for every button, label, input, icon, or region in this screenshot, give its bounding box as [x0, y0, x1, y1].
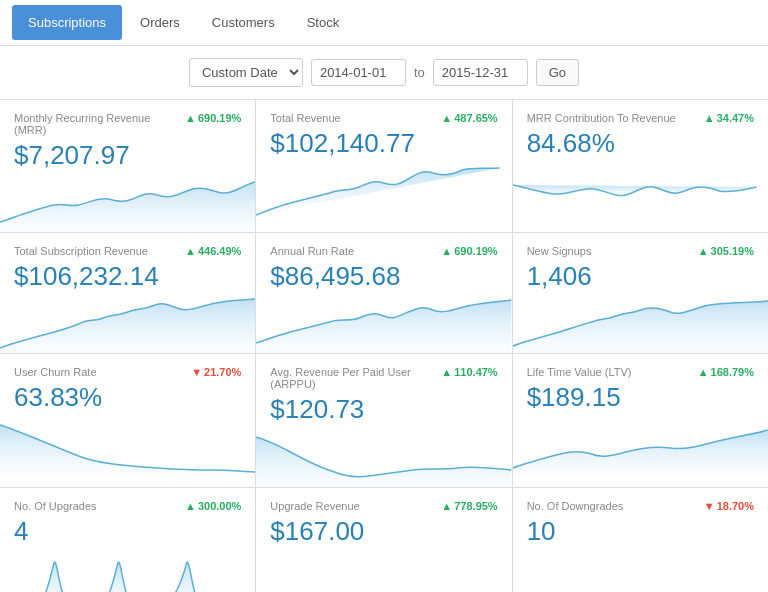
metric-value: $102,140.77	[270, 128, 497, 159]
metric-label: Avg. Revenue Per Paid User (ARPPU)	[270, 366, 441, 390]
sparkline-chart	[0, 298, 255, 353]
metric-value: 63.83%	[14, 382, 241, 413]
date-to-input[interactable]	[433, 59, 528, 86]
metric-header: Life Time Value (LTV) ▲ 168.79%	[527, 366, 754, 378]
metric-card-ltv: Life Time Value (LTV) ▲ 168.79% $189.15	[513, 354, 768, 486]
arrow-up-icon: ▲	[704, 112, 715, 124]
metric-label: Total Subscription Revenue	[14, 245, 148, 257]
metric-value: $167.00	[270, 516, 497, 547]
metric-header: Total Subscription Revenue ▲ 446.49%	[14, 245, 241, 257]
arrow-up-icon: ▲	[185, 500, 196, 512]
arrow-up-icon: ▲	[441, 245, 452, 257]
arrow-down-icon: ▼	[704, 500, 715, 512]
metric-label: Life Time Value (LTV)	[527, 366, 632, 378]
metric-value: 4	[14, 516, 241, 547]
arrow-up-icon: ▲	[185, 112, 196, 124]
sparkline-chart	[513, 420, 768, 475]
metric-card-downgrades: No. Of Downgrades ▼ 18.70% 10	[513, 488, 768, 592]
metric-card-new-signups: New Signups ▲ 305.19% 1,406	[513, 233, 768, 353]
tab-subscriptions[interactable]: Subscriptions	[12, 5, 122, 40]
metric-label: MRR Contribution To Revenue	[527, 112, 676, 124]
metric-value: 1,406	[527, 261, 754, 292]
metric-card-total-sub-revenue: Total Subscription Revenue ▲ 446.49% $10…	[0, 233, 255, 353]
arrow-up-icon: ▲	[441, 366, 452, 378]
sparkline-chart	[513, 298, 768, 353]
go-button[interactable]: Go	[536, 59, 579, 86]
metric-card-mrr: Monthly Recurring Revenue (MRR) ▲ 690.19…	[0, 100, 255, 232]
sparkline-chart	[513, 553, 768, 592]
metric-header: MRR Contribution To Revenue ▲ 34.47%	[527, 112, 754, 124]
sparkline-chart	[0, 177, 255, 232]
metric-value: $120.73	[270, 394, 497, 425]
sparkline-chart	[256, 432, 511, 487]
metrics-grid: Monthly Recurring Revenue (MRR) ▲ 690.19…	[0, 100, 768, 592]
metric-value: $7,207.97	[14, 140, 241, 171]
arrow-up-icon: ▲	[441, 112, 452, 124]
metric-header: Monthly Recurring Revenue (MRR) ▲ 690.19…	[14, 112, 241, 136]
tab-bar: Subscriptions Orders Customers Stock	[0, 0, 768, 46]
tab-stock[interactable]: Stock	[291, 5, 356, 40]
sparkline-chart	[0, 553, 255, 592]
arrow-up-icon: ▲	[698, 366, 709, 378]
metric-change: ▲ 110.47%	[441, 366, 497, 378]
metric-change: ▲ 778.95%	[441, 500, 497, 512]
tab-orders[interactable]: Orders	[124, 5, 196, 40]
arrow-down-icon: ▼	[191, 366, 202, 378]
metric-header: No. Of Upgrades ▲ 300.00%	[14, 500, 241, 512]
metric-header: Avg. Revenue Per Paid User (ARPPU) ▲ 110…	[270, 366, 497, 390]
top-nav: Subscriptions Orders Customers Stock	[0, 0, 768, 46]
sparkline-chart	[256, 298, 511, 353]
metric-value: $189.15	[527, 382, 754, 413]
metric-label: Upgrade Revenue	[270, 500, 359, 512]
date-from-input[interactable]	[311, 59, 406, 86]
metric-change: ▲ 446.49%	[185, 245, 241, 257]
metric-card-user-churn: User Churn Rate ▼ 21.70% 63.83%	[0, 354, 255, 486]
metric-header: User Churn Rate ▼ 21.70%	[14, 366, 241, 378]
metric-card-upgrade-revenue: Upgrade Revenue ▲ 778.95% $167.00	[256, 488, 511, 592]
sparkline-chart	[256, 553, 511, 592]
metric-header: Annual Run Rate ▲ 690.19%	[270, 245, 497, 257]
metric-change: ▼ 21.70%	[191, 366, 241, 378]
metric-value: 84.68%	[527, 128, 754, 159]
metric-label: User Churn Rate	[14, 366, 97, 378]
date-range-select[interactable]: Custom Date	[189, 58, 303, 87]
metric-label: New Signups	[527, 245, 592, 257]
tab-customers[interactable]: Customers	[196, 5, 291, 40]
metric-label: Total Revenue	[270, 112, 340, 124]
metric-label: No. Of Upgrades	[14, 500, 97, 512]
metric-value: $106,232.14	[14, 261, 241, 292]
metric-change: ▲ 34.47%	[704, 112, 754, 124]
arrow-up-icon: ▲	[441, 500, 452, 512]
sparkline-chart	[513, 165, 768, 220]
metric-change: ▲ 300.00%	[185, 500, 241, 512]
metric-change: ▲ 487.65%	[441, 112, 497, 124]
metric-card-upgrades: No. Of Upgrades ▲ 300.00% 4	[0, 488, 255, 592]
sparkline-chart	[0, 420, 255, 475]
metric-card-mrr-contribution: MRR Contribution To Revenue ▲ 34.47% 84.…	[513, 100, 768, 232]
metric-header: No. Of Downgrades ▼ 18.70%	[527, 500, 754, 512]
metric-value: 10	[527, 516, 754, 547]
metric-header: New Signups ▲ 305.19%	[527, 245, 754, 257]
metric-header: Upgrade Revenue ▲ 778.95%	[270, 500, 497, 512]
metric-label: Monthly Recurring Revenue (MRR)	[14, 112, 185, 136]
metric-change: ▼ 18.70%	[704, 500, 754, 512]
metric-card-arppu: Avg. Revenue Per Paid User (ARPPU) ▲ 110…	[256, 354, 511, 486]
metric-card-total-revenue: Total Revenue ▲ 487.65% $102,140.77	[256, 100, 511, 232]
date-bar: Custom Date to Go	[0, 46, 768, 100]
metric-card-annual-run-rate: Annual Run Rate ▲ 690.19% $86,495.68	[256, 233, 511, 353]
metric-change: ▲ 690.19%	[185, 112, 241, 124]
metric-change: ▲ 690.19%	[441, 245, 497, 257]
sparkline-chart	[256, 165, 511, 220]
arrow-up-icon: ▲	[698, 245, 709, 257]
metric-change: ▲ 305.19%	[698, 245, 754, 257]
metric-value: $86,495.68	[270, 261, 497, 292]
metric-label: Annual Run Rate	[270, 245, 354, 257]
arrow-up-icon: ▲	[185, 245, 196, 257]
metric-label: No. Of Downgrades	[527, 500, 624, 512]
metric-header: Total Revenue ▲ 487.65%	[270, 112, 497, 124]
metric-change: ▲ 168.79%	[698, 366, 754, 378]
date-to-label: to	[414, 65, 425, 80]
